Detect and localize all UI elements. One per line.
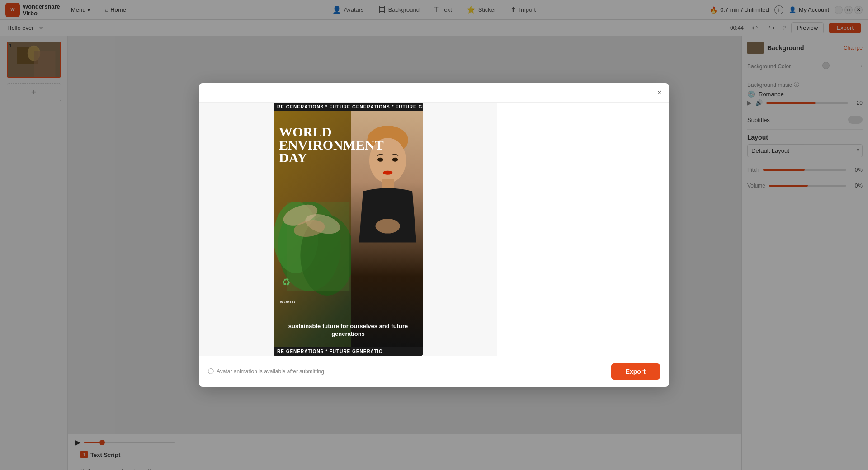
modal-close-button[interactable]: ×	[657, 89, 662, 97]
modal-footer: ⓘ Avatar animation is available after su…	[199, 356, 669, 387]
svg-point-15	[377, 158, 383, 162]
footer-info: ⓘ Avatar animation is available after su…	[208, 367, 326, 376]
video-text-overlay: WORLD ENVIRONMENT DAY	[274, 120, 356, 170]
modal-header: ×	[199, 83, 669, 103]
video-preview: RE GENERATIONS * FUTURE GENERATIONS * FU…	[274, 103, 423, 356]
subtitle-text: sustainable future for ourselves and fut…	[288, 323, 408, 338]
ticker-bottom: RE GENERATIONS * FUTURE GENERATIO	[274, 347, 423, 356]
modal-right-area	[497, 103, 669, 356]
modal-body: RE GENERATIONS * FUTURE GENERATIONS * FU…	[199, 103, 669, 356]
modal-overlay: × RE GENERATIONS * FUTURE GENERATIONS * …	[0, 0, 868, 470]
svg-point-16	[392, 158, 398, 162]
modal-preview-area: RE GENERATIONS * FUTURE GENERATIONS * FU…	[199, 103, 497, 356]
ticker-top-text: RE GENERATIONS * FUTURE GENERATIONS * FU…	[277, 104, 423, 109]
svg-point-14	[383, 171, 393, 175]
export-modal-button[interactable]: Export	[611, 363, 660, 380]
info-icon: ⓘ	[208, 367, 214, 376]
video-main-title: WORLD ENVIRONMENT DAY	[279, 126, 350, 164]
recycle-symbol: ♻	[282, 277, 291, 288]
world-text: WORLD	[280, 300, 295, 304]
ticker-top: RE GENERATIONS * FUTURE GENERATIONS * FU…	[274, 103, 423, 111]
preview-modal: × RE GENERATIONS * FUTURE GENERATIONS * …	[199, 83, 669, 387]
video-main: WORLD ENVIRONMENT DAY OURSELVES AND FUTU…	[274, 111, 423, 347]
footer-info-text: Avatar animation is available after subm…	[217, 368, 326, 375]
video-subtitle: sustainable future for ourselves and fut…	[274, 322, 423, 338]
svg-point-17	[375, 219, 400, 234]
ticker-bottom-text: RE GENERATIONS * FUTURE GENERATIO	[277, 349, 383, 354]
world-label: WORLD	[280, 300, 295, 304]
recycle-icon: ♻	[282, 277, 291, 288]
